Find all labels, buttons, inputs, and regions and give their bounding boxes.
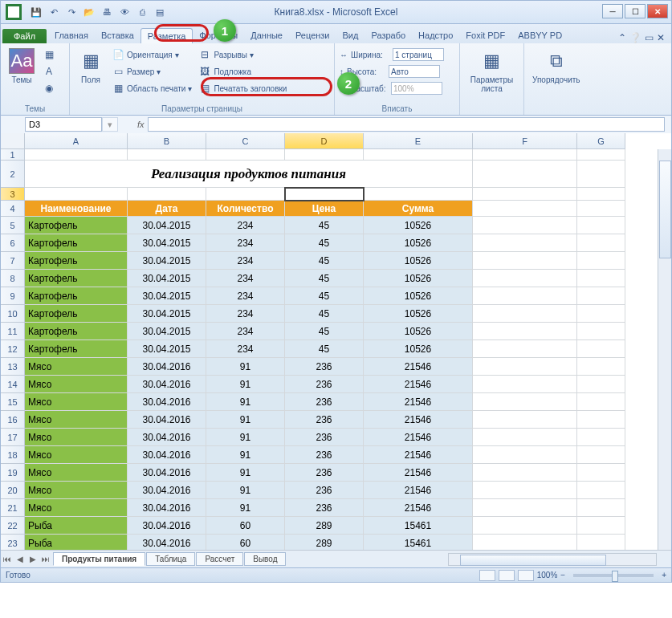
cell-D18[interactable]: 236: [285, 446, 364, 464]
row-header-22[interactable]: 22: [1, 517, 25, 535]
cell-G15[interactable]: [577, 393, 625, 411]
tab-Разметка[interactable]: Разметка: [141, 28, 193, 43]
tab-Foxit PDF[interactable]: Foxit PDF: [459, 28, 511, 43]
cell-E21[interactable]: 21546: [364, 499, 473, 517]
cell-G3[interactable]: [577, 188, 625, 201]
cell-G4[interactable]: [577, 201, 625, 217]
row-header-20[interactable]: 20: [1, 482, 25, 499]
cell-F13[interactable]: [473, 358, 577, 376]
sheet-nav-last[interactable]: ⏭: [39, 555, 52, 563]
tab-Надстро[interactable]: Надстро: [412, 28, 459, 43]
cell-G17[interactable]: [577, 429, 625, 446]
cell-G13[interactable]: [577, 358, 625, 376]
cell-F10[interactable]: [473, 305, 577, 323]
cell-B7[interactable]: 30.04.2015: [128, 252, 206, 270]
cell-C16[interactable]: 91: [206, 411, 285, 429]
margins-button[interactable]: ▦ Поля: [75, 47, 107, 113]
header-cell-2[interactable]: Количество: [206, 201, 285, 217]
cell-E19[interactable]: 21546: [364, 464, 473, 482]
select-all-corner[interactable]: [1, 133, 25, 149]
qat-button-7[interactable]: ▤: [152, 4, 168, 20]
cell-D6[interactable]: 45: [285, 234, 364, 252]
title-cell[interactable]: Реализация продуктов питания: [25, 161, 473, 188]
cell-G22[interactable]: [577, 517, 625, 535]
cell-A9[interactable]: Картофель: [25, 287, 128, 305]
cell-E5[interactable]: 10526: [364, 217, 473, 234]
cell-A21[interactable]: Мясо: [25, 499, 128, 517]
cell-D12[interactable]: 45: [285, 340, 364, 358]
cell-D21[interactable]: 236: [285, 499, 364, 517]
column-header-A[interactable]: A: [25, 133, 128, 149]
sheet-tab-0[interactable]: Продукты питания: [53, 552, 145, 566]
qat-button-0[interactable]: 💾: [28, 4, 44, 20]
theme-fonts-button[interactable]: A: [41, 63, 57, 79]
cell-D13[interactable]: 236: [285, 358, 364, 376]
column-header-C[interactable]: C: [206, 133, 285, 149]
row-header-14[interactable]: 14: [1, 376, 25, 393]
cell-F12[interactable]: [473, 340, 577, 358]
row-header-6[interactable]: 6: [1, 234, 25, 252]
column-header-D[interactable]: D: [285, 133, 364, 149]
sheet-tab-2[interactable]: Рассчет: [196, 552, 243, 566]
qat-button-4[interactable]: 🖶: [99, 4, 115, 20]
cell-C5[interactable]: 234: [206, 217, 285, 234]
close-button[interactable]: ✕: [647, 4, 668, 18]
cell-B10[interactable]: 30.04.2015: [128, 305, 206, 323]
cell-A11[interactable]: Картофель: [25, 323, 128, 340]
cell-G5[interactable]: [577, 217, 625, 234]
row-header-8[interactable]: 8: [1, 270, 25, 287]
background-button[interactable]: 🖼Подложка: [197, 63, 288, 79]
sheet-tab-1[interactable]: Таблица: [146, 552, 195, 566]
cell-A10[interactable]: Картофель: [25, 305, 128, 323]
cell-E6[interactable]: 10526: [364, 234, 473, 252]
cell-A13[interactable]: Мясо: [25, 358, 128, 376]
cell-B14[interactable]: 30.04.2016: [128, 376, 206, 393]
cell-C22[interactable]: 60: [206, 517, 285, 535]
cell-E10[interactable]: 10526: [364, 305, 473, 323]
orientation-button[interactable]: 📄Ориентация ▾: [110, 47, 193, 63]
cell-B16[interactable]: 30.04.2016: [128, 411, 206, 429]
cell-B15[interactable]: 30.04.2016: [128, 393, 206, 411]
view-break-button[interactable]: [518, 570, 534, 581]
system-menu-icon[interactable]: [6, 4, 22, 20]
cell-D20[interactable]: 236: [285, 482, 364, 499]
cell-C10[interactable]: 234: [206, 305, 285, 323]
cell-F8[interactable]: [473, 270, 577, 287]
width-input[interactable]: 1 страниц: [393, 48, 444, 61]
qat-button-1[interactable]: ↶: [46, 4, 62, 20]
tab-Рецензи[interactable]: Рецензи: [289, 28, 336, 43]
zoom-in-button[interactable]: +: [662, 571, 666, 579]
cell-E20[interactable]: 21546: [364, 482, 473, 499]
cell-F18[interactable]: [473, 446, 577, 464]
print-titles-button[interactable]: ▤Печатать заголовки: [197, 80, 288, 96]
row-header-12[interactable]: 12: [1, 340, 25, 358]
cell-B11[interactable]: 30.04.2015: [128, 323, 206, 340]
cell-F16[interactable]: [473, 411, 577, 429]
cell-D8[interactable]: 45: [285, 270, 364, 287]
row-header-3[interactable]: 3: [1, 188, 25, 201]
cell-A16[interactable]: Мясо: [25, 411, 128, 429]
cell-B3[interactable]: [128, 188, 206, 201]
cell-D1[interactable]: [285, 149, 364, 161]
cell-E7[interactable]: 10526: [364, 252, 473, 270]
cell-C3[interactable]: [206, 188, 285, 201]
row-header-18[interactable]: 18: [1, 446, 25, 464]
cell-A7[interactable]: Картофель: [25, 252, 128, 270]
qat-button-2[interactable]: ↷: [63, 4, 79, 20]
namebox-dropdown[interactable]: ▾: [102, 117, 118, 132]
cell-E17[interactable]: 21546: [364, 429, 473, 446]
row-header-7[interactable]: 7: [1, 252, 25, 270]
cell-D9[interactable]: 45: [285, 287, 364, 305]
cells-area[interactable]: Реализация продуктов питанияНаименование…: [25, 149, 625, 552]
row-header-16[interactable]: 16: [1, 411, 25, 429]
close-workbook-icon[interactable]: ✕: [657, 32, 665, 43]
cell-C11[interactable]: 234: [206, 323, 285, 340]
cell-E22[interactable]: 15461: [364, 517, 473, 535]
cell-G8[interactable]: [577, 270, 625, 287]
cell-G19[interactable]: [577, 464, 625, 482]
row-header-1[interactable]: 1: [1, 149, 25, 161]
row-header-17[interactable]: 17: [1, 429, 25, 446]
arrange-button[interactable]: ⧉ Упорядочить: [529, 47, 584, 113]
cell-F14[interactable]: [473, 376, 577, 393]
header-cell-3[interactable]: Цена: [285, 201, 364, 217]
